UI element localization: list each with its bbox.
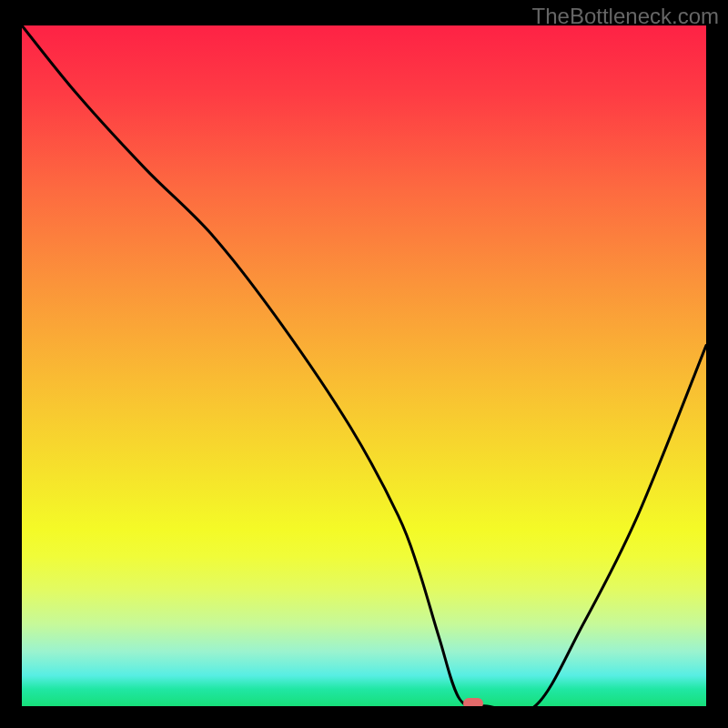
optimal-marker: [463, 698, 483, 706]
plot-area: [22, 25, 706, 706]
chart-frame: TheBottleneck.com: [0, 0, 728, 728]
watermark-text: TheBottleneck.com: [532, 4, 719, 29]
curve-path: [22, 25, 706, 706]
bottleneck-curve: [22, 25, 706, 706]
